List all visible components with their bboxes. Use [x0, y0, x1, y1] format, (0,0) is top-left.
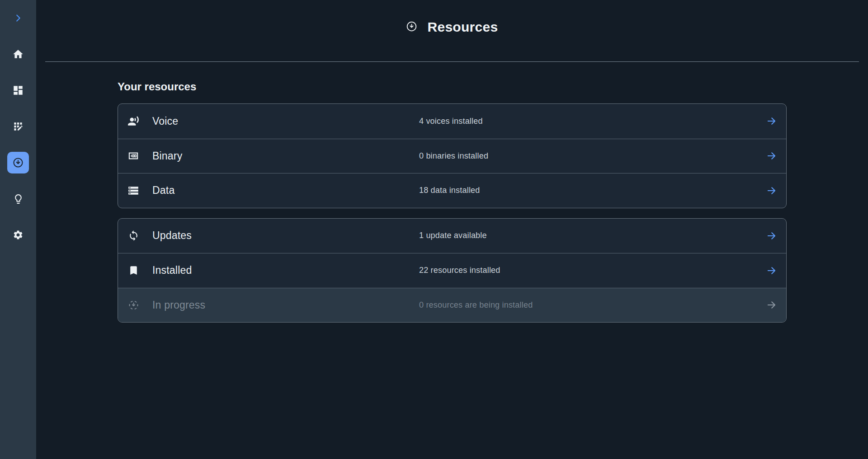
home-icon — [12, 48, 24, 60]
row-status: 1 update available — [419, 231, 487, 240]
gear-icon — [13, 230, 24, 240]
resource-row-binary[interactable]: Binary 0 binaries installed — [118, 139, 786, 173]
resource-row-in-progress[interactable]: In progress 0 resources are being instal… — [118, 288, 786, 323]
row-status: 0 binaries installed — [419, 151, 488, 161]
sidebar-item-resources[interactable] — [7, 152, 29, 173]
arrow-forward-icon[interactable] — [766, 115, 778, 127]
page-header: Resources — [45, 0, 859, 62]
main-area: Resources Your resources Voice 4 voices … — [36, 0, 868, 459]
chevron-right-icon — [13, 13, 23, 23]
app-registration-icon — [12, 121, 24, 132]
arrow-forward-icon[interactable] — [766, 265, 778, 276]
dashboard-icon — [12, 84, 24, 96]
resource-row-data[interactable]: Data 18 data installed — [118, 173, 786, 208]
lightbulb-icon — [13, 193, 24, 205]
arrow-forward-icon[interactable] — [766, 150, 778, 162]
row-label: Installed — [152, 264, 192, 276]
row-status: 0 resources are being installed — [419, 300, 533, 310]
resource-row-updates[interactable]: Updates 1 update available — [118, 219, 786, 253]
sync-icon — [127, 230, 139, 242]
data-icon — [127, 185, 139, 197]
sidebar-item-tips[interactable] — [7, 188, 29, 210]
resource-group-state: Updates 1 update available Installed 22 … — [118, 218, 787, 323]
row-label: Updates — [152, 230, 192, 242]
resource-row-installed[interactable]: Installed 22 resources installed — [118, 253, 786, 288]
bookmark-icon — [127, 265, 139, 276]
voice-icon — [127, 115, 139, 127]
row-label: Data — [152, 184, 175, 197]
downloading-icon — [127, 299, 139, 311]
row-label: Binary — [152, 150, 182, 162]
download-circle-icon — [12, 157, 24, 169]
sidebar-item-home[interactable] — [7, 43, 29, 65]
app-window: Resources Your resources Voice 4 voices … — [0, 0, 868, 459]
download-circle-icon — [406, 21, 417, 34]
content: Your resources Voice 4 voices installed — [118, 80, 787, 323]
binary-icon — [127, 150, 139, 162]
arrow-forward-icon[interactable] — [766, 299, 778, 311]
sidebar-item-dashboard[interactable] — [7, 80, 29, 101]
resource-group-types: Voice 4 voices installed Binary 0 binari… — [118, 103, 787, 208]
row-label: Voice — [152, 115, 178, 127]
row-label: In progress — [152, 299, 205, 311]
section-heading: Your resources — [118, 80, 787, 93]
arrow-forward-icon[interactable] — [766, 230, 778, 242]
sidebar-item-settings[interactable] — [7, 224, 29, 246]
expand-sidebar-button[interactable] — [7, 7, 29, 29]
page-header-inner: Resources — [406, 11, 498, 43]
sidebar — [0, 0, 36, 459]
resource-row-voice[interactable]: Voice 4 voices installed — [118, 104, 786, 139]
arrow-forward-icon[interactable] — [766, 185, 778, 197]
row-status: 4 voices installed — [419, 117, 483, 126]
row-status: 22 resources installed — [419, 266, 500, 275]
sidebar-item-registration[interactable] — [7, 116, 29, 137]
row-status: 18 data installed — [419, 186, 480, 195]
page-title: Resources — [427, 20, 498, 34]
